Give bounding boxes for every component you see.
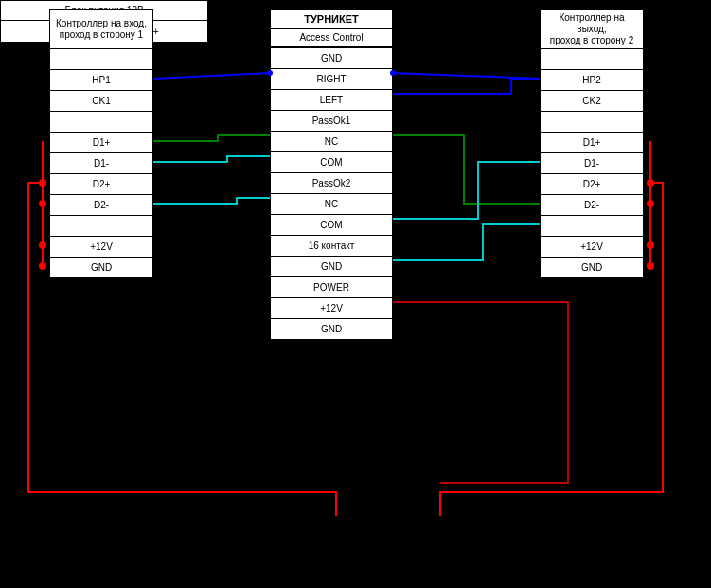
dot-right-exit [390,70,396,76]
wire-gnd2-right [393,224,540,260]
wire-com2-d1minus-right [393,162,540,219]
diagram-area: Контроллер на вход, проход в сторону 1 H… [0,0,711,588]
wire-red-right-power [440,183,663,516]
wire-hp1-right [153,73,270,79]
wire-d1plus-nc [153,135,270,141]
wire-red-left-power [28,183,336,516]
wire-d1minus-com [153,156,270,162]
wire-left-hp2-blue [393,79,540,94]
wiring-diagram [0,0,711,588]
wire-d2minus-nc2 [153,198,270,204]
dot-right-row [267,70,273,76]
wire-12v-center-right [393,302,568,483]
wire-nc-d2minus-right [393,135,540,204]
